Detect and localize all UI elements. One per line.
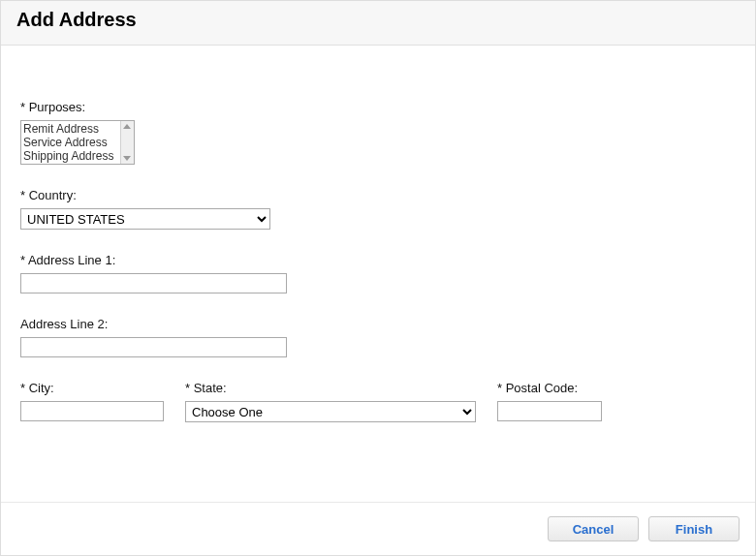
postal-input[interactable]	[497, 401, 602, 421]
scroll-down-icon[interactable]	[123, 156, 131, 161]
purposes-listbox[interactable]: Remit Address Service Address Shipping A…	[20, 120, 135, 165]
purposes-field: * Purposes: Remit Address Service Addres…	[20, 100, 736, 165]
purposes-option[interactable]: Service Address	[23, 136, 133, 149]
country-field: * Country: UNITED STATES	[20, 188, 736, 230]
city-label: * City:	[20, 381, 164, 395]
dialog-footer: Cancel Finish	[1, 502, 755, 555]
address1-label: * Address Line 1:	[20, 253, 736, 267]
city-state-postal-row: * City: * State: Choose One * Postal Cod…	[20, 381, 736, 422]
address2-field: Address Line 2:	[20, 317, 736, 357]
address1-field: * Address Line 1:	[20, 253, 736, 293]
country-label: * Country:	[20, 188, 736, 202]
address1-input[interactable]	[20, 273, 287, 293]
purposes-option[interactable]: Remit Address	[23, 122, 133, 136]
dialog-body: * Purposes: Remit Address Service Addres…	[1, 46, 755, 442]
add-address-dialog: ✕ Add Address * Purposes: Remit Address …	[0, 0, 756, 556]
dialog-header: Add Address	[1, 1, 755, 46]
scroll-up-icon[interactable]	[123, 124, 131, 129]
state-select[interactable]: Choose One	[185, 401, 476, 422]
state-field: * State: Choose One	[185, 381, 476, 422]
city-input[interactable]	[20, 401, 164, 421]
postal-field: * Postal Code:	[497, 381, 602, 422]
address2-input[interactable]	[20, 337, 287, 357]
finish-button[interactable]: Finish	[648, 516, 740, 541]
scrollbar[interactable]	[120, 121, 134, 164]
address2-label: Address Line 2:	[20, 317, 736, 331]
country-select[interactable]: UNITED STATES	[20, 208, 270, 230]
cancel-button[interactable]: Cancel	[548, 516, 639, 541]
city-field: * City:	[20, 381, 164, 422]
purposes-label: * Purposes:	[20, 100, 736, 114]
dialog-title: Add Address	[16, 9, 740, 31]
purposes-option[interactable]: Shipping Address	[23, 149, 133, 163]
state-label: * State:	[185, 381, 476, 395]
postal-label: * Postal Code:	[497, 381, 602, 395]
